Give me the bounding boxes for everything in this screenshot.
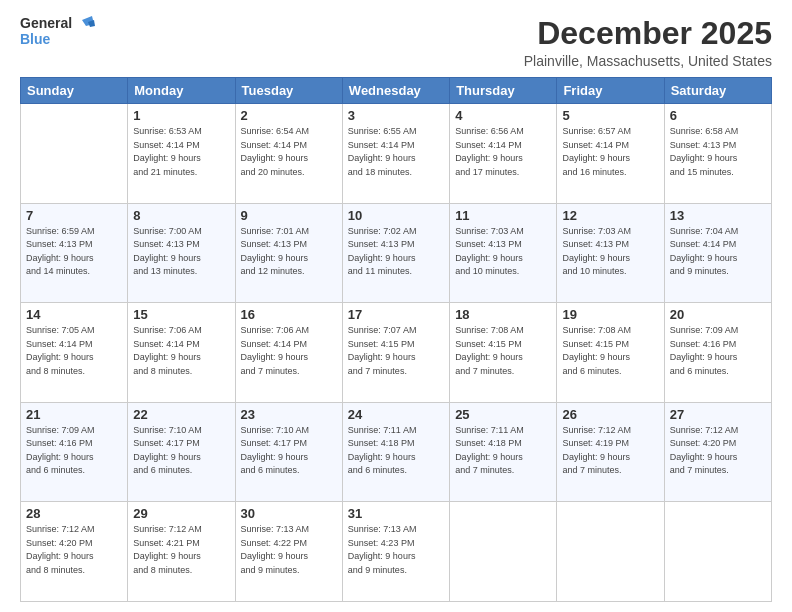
day-info: Sunrise: 7:10 AMSunset: 4:17 PMDaylight:…: [241, 424, 337, 478]
title-block: December 2025 Plainville, Massachusetts,…: [524, 16, 772, 69]
location: Plainville, Massachusetts, United States: [524, 53, 772, 69]
calendar-cell: 11Sunrise: 7:03 AMSunset: 4:13 PMDayligh…: [450, 203, 557, 303]
calendar-cell: 25Sunrise: 7:11 AMSunset: 4:18 PMDayligh…: [450, 402, 557, 502]
day-number: 4: [455, 108, 551, 123]
day-number: 26: [562, 407, 658, 422]
day-info: Sunrise: 7:13 AMSunset: 4:23 PMDaylight:…: [348, 523, 444, 577]
day-number: 23: [241, 407, 337, 422]
col-saturday: Saturday: [664, 78, 771, 104]
day-info: Sunrise: 7:12 AMSunset: 4:19 PMDaylight:…: [562, 424, 658, 478]
day-info: Sunrise: 7:06 AMSunset: 4:14 PMDaylight:…: [133, 324, 229, 378]
calendar-cell: 21Sunrise: 7:09 AMSunset: 4:16 PMDayligh…: [21, 402, 128, 502]
calendar-cell: 15Sunrise: 7:06 AMSunset: 4:14 PMDayligh…: [128, 303, 235, 403]
calendar-cell: 31Sunrise: 7:13 AMSunset: 4:23 PMDayligh…: [342, 502, 449, 602]
calendar-cell: 1Sunrise: 6:53 AMSunset: 4:14 PMDaylight…: [128, 104, 235, 204]
day-info: Sunrise: 7:12 AMSunset: 4:20 PMDaylight:…: [670, 424, 766, 478]
week-row-5: 28Sunrise: 7:12 AMSunset: 4:20 PMDayligh…: [21, 502, 772, 602]
day-info: Sunrise: 7:05 AMSunset: 4:14 PMDaylight:…: [26, 324, 122, 378]
calendar-cell: 23Sunrise: 7:10 AMSunset: 4:17 PMDayligh…: [235, 402, 342, 502]
day-info: Sunrise: 7:13 AMSunset: 4:22 PMDaylight:…: [241, 523, 337, 577]
day-info: Sunrise: 7:08 AMSunset: 4:15 PMDaylight:…: [562, 324, 658, 378]
calendar-cell: 26Sunrise: 7:12 AMSunset: 4:19 PMDayligh…: [557, 402, 664, 502]
calendar-cell: 5Sunrise: 6:57 AMSunset: 4:14 PMDaylight…: [557, 104, 664, 204]
day-info: Sunrise: 6:58 AMSunset: 4:13 PMDaylight:…: [670, 125, 766, 179]
day-number: 9: [241, 208, 337, 223]
calendar-cell: 17Sunrise: 7:07 AMSunset: 4:15 PMDayligh…: [342, 303, 449, 403]
day-info: Sunrise: 7:11 AMSunset: 4:18 PMDaylight:…: [455, 424, 551, 478]
logo: General Blue: [20, 16, 96, 47]
col-wednesday: Wednesday: [342, 78, 449, 104]
day-info: Sunrise: 6:54 AMSunset: 4:14 PMDaylight:…: [241, 125, 337, 179]
day-info: Sunrise: 7:08 AMSunset: 4:15 PMDaylight:…: [455, 324, 551, 378]
weekday-header-row: Sunday Monday Tuesday Wednesday Thursday…: [21, 78, 772, 104]
calendar-cell: 7Sunrise: 6:59 AMSunset: 4:13 PMDaylight…: [21, 203, 128, 303]
calendar-cell: 3Sunrise: 6:55 AMSunset: 4:14 PMDaylight…: [342, 104, 449, 204]
header: General Blue December 2025 Plainville, M…: [20, 16, 772, 69]
day-number: 30: [241, 506, 337, 521]
day-info: Sunrise: 6:53 AMSunset: 4:14 PMDaylight:…: [133, 125, 229, 179]
day-number: 24: [348, 407, 444, 422]
day-number: 18: [455, 307, 551, 322]
week-row-3: 14Sunrise: 7:05 AMSunset: 4:14 PMDayligh…: [21, 303, 772, 403]
calendar-cell: 29Sunrise: 7:12 AMSunset: 4:21 PMDayligh…: [128, 502, 235, 602]
calendar-cell: 2Sunrise: 6:54 AMSunset: 4:14 PMDaylight…: [235, 104, 342, 204]
day-number: 3: [348, 108, 444, 123]
calendar-cell: [664, 502, 771, 602]
day-info: Sunrise: 7:06 AMSunset: 4:14 PMDaylight:…: [241, 324, 337, 378]
day-info: Sunrise: 7:09 AMSunset: 4:16 PMDaylight:…: [26, 424, 122, 478]
day-number: 19: [562, 307, 658, 322]
calendar-table: Sunday Monday Tuesday Wednesday Thursday…: [20, 77, 772, 602]
day-number: 31: [348, 506, 444, 521]
day-number: 12: [562, 208, 658, 223]
calendar-cell: 18Sunrise: 7:08 AMSunset: 4:15 PMDayligh…: [450, 303, 557, 403]
calendar-cell: 30Sunrise: 7:13 AMSunset: 4:22 PMDayligh…: [235, 502, 342, 602]
day-number: 29: [133, 506, 229, 521]
calendar-cell: 12Sunrise: 7:03 AMSunset: 4:13 PMDayligh…: [557, 203, 664, 303]
calendar-cell: 22Sunrise: 7:10 AMSunset: 4:17 PMDayligh…: [128, 402, 235, 502]
week-row-4: 21Sunrise: 7:09 AMSunset: 4:16 PMDayligh…: [21, 402, 772, 502]
day-info: Sunrise: 7:01 AMSunset: 4:13 PMDaylight:…: [241, 225, 337, 279]
logo-text-block: General Blue: [20, 16, 96, 47]
day-info: Sunrise: 7:03 AMSunset: 4:13 PMDaylight:…: [562, 225, 658, 279]
calendar-cell: [450, 502, 557, 602]
col-tuesday: Tuesday: [235, 78, 342, 104]
calendar-cell: 24Sunrise: 7:11 AMSunset: 4:18 PMDayligh…: [342, 402, 449, 502]
day-number: 8: [133, 208, 229, 223]
page: General Blue December 2025 Plainville, M…: [0, 0, 792, 612]
calendar-cell: 10Sunrise: 7:02 AMSunset: 4:13 PMDayligh…: [342, 203, 449, 303]
day-info: Sunrise: 7:03 AMSunset: 4:13 PMDaylight:…: [455, 225, 551, 279]
col-thursday: Thursday: [450, 78, 557, 104]
day-number: 20: [670, 307, 766, 322]
day-number: 15: [133, 307, 229, 322]
day-number: 17: [348, 307, 444, 322]
calendar-cell: 16Sunrise: 7:06 AMSunset: 4:14 PMDayligh…: [235, 303, 342, 403]
calendar-cell: 4Sunrise: 6:56 AMSunset: 4:14 PMDaylight…: [450, 104, 557, 204]
day-number: 27: [670, 407, 766, 422]
day-info: Sunrise: 7:07 AMSunset: 4:15 PMDaylight:…: [348, 324, 444, 378]
day-info: Sunrise: 6:55 AMSunset: 4:14 PMDaylight:…: [348, 125, 444, 179]
day-number: 16: [241, 307, 337, 322]
month-title: December 2025: [524, 16, 772, 51]
day-info: Sunrise: 7:00 AMSunset: 4:13 PMDaylight:…: [133, 225, 229, 279]
calendar-cell: 20Sunrise: 7:09 AMSunset: 4:16 PMDayligh…: [664, 303, 771, 403]
calendar-cell: 9Sunrise: 7:01 AMSunset: 4:13 PMDaylight…: [235, 203, 342, 303]
day-number: 21: [26, 407, 122, 422]
calendar-cell: 19Sunrise: 7:08 AMSunset: 4:15 PMDayligh…: [557, 303, 664, 403]
calendar-cell: 14Sunrise: 7:05 AMSunset: 4:14 PMDayligh…: [21, 303, 128, 403]
day-info: Sunrise: 7:11 AMSunset: 4:18 PMDaylight:…: [348, 424, 444, 478]
calendar-cell: 28Sunrise: 7:12 AMSunset: 4:20 PMDayligh…: [21, 502, 128, 602]
day-number: 28: [26, 506, 122, 521]
day-number: 22: [133, 407, 229, 422]
logo-general: General: [20, 16, 72, 31]
day-info: Sunrise: 7:10 AMSunset: 4:17 PMDaylight:…: [133, 424, 229, 478]
day-number: 13: [670, 208, 766, 223]
calendar-cell: [21, 104, 128, 204]
col-sunday: Sunday: [21, 78, 128, 104]
week-row-2: 7Sunrise: 6:59 AMSunset: 4:13 PMDaylight…: [21, 203, 772, 303]
day-number: 10: [348, 208, 444, 223]
day-info: Sunrise: 7:04 AMSunset: 4:14 PMDaylight:…: [670, 225, 766, 279]
day-info: Sunrise: 7:02 AMSunset: 4:13 PMDaylight:…: [348, 225, 444, 279]
day-number: 7: [26, 208, 122, 223]
day-number: 2: [241, 108, 337, 123]
day-number: 6: [670, 108, 766, 123]
